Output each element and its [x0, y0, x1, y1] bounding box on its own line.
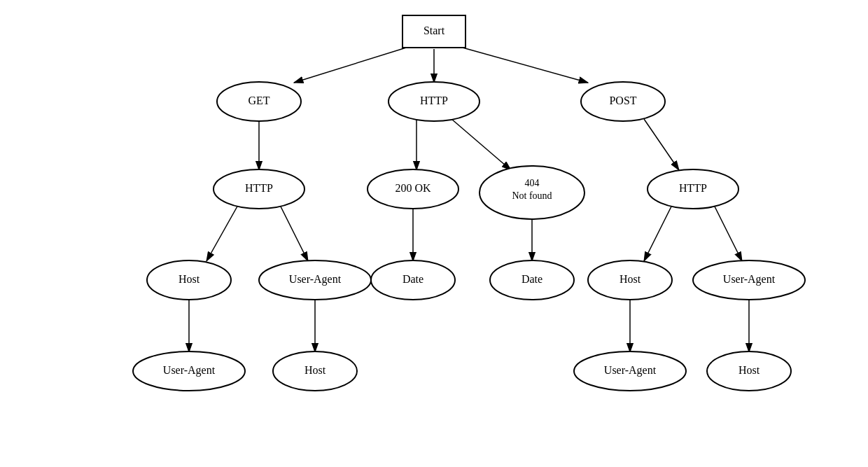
date-right-label: Date: [522, 273, 542, 285]
http-right-label: HTTP: [679, 182, 707, 194]
edge-http-404: [451, 119, 511, 170]
not-found-label-line2: Not found: [512, 190, 552, 201]
useragent-bottom-left-label: User-Agent: [163, 364, 216, 377]
host-bottom-right-label: Host: [738, 364, 760, 376]
edge-start-get: [294, 46, 413, 83]
host-left-label: Host: [178, 273, 200, 285]
http-left-label: HTTP: [245, 182, 273, 194]
edge-post-httpright: [644, 119, 679, 170]
edge-httpleft-host: [206, 205, 238, 261]
http-top-label: HTTP: [420, 95, 448, 106]
useragent-bottom-right-label: User-Agent: [604, 364, 657, 377]
edge-httpleft-useragent: [280, 205, 308, 261]
start-label: Start: [424, 25, 445, 36]
useragent-right-label: User-Agent: [723, 273, 776, 286]
edge-start-post: [455, 46, 588, 83]
edge-httpright-host: [644, 205, 672, 261]
date-center-label: Date: [402, 273, 424, 285]
not-found-label-line1: 404: [525, 178, 540, 188]
post-label: POST: [609, 95, 636, 106]
ok200-label: 200 OK: [395, 182, 431, 194]
edge-httpright-useragent: [714, 205, 742, 261]
host-right-label: Host: [620, 273, 641, 285]
get-label: GET: [248, 95, 270, 106]
host-bottom-left-label: Host: [304, 364, 326, 376]
useragent-left-label: User-Agent: [289, 273, 342, 286]
